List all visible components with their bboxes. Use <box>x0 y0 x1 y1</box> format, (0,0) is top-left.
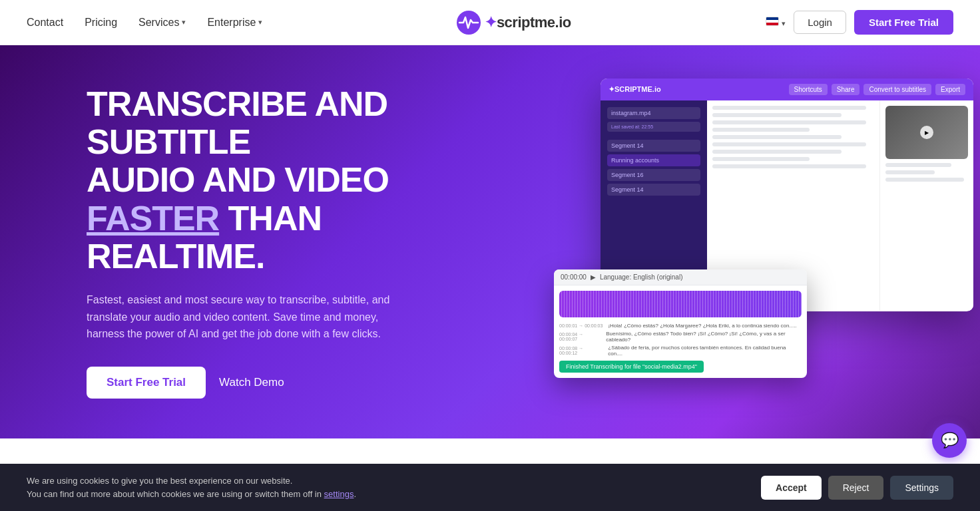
mockup-sidebar-item: Segment 14 <box>607 140 700 152</box>
mockup-sidebar-item: Segment 16 <box>607 169 700 181</box>
enterprise-chevron-icon: ▾ <box>258 18 262 27</box>
subtitle-row: 00:00:08 → 00:00:12 ¿Sábado de feria, po… <box>559 345 802 357</box>
services-chevron-icon: ▾ <box>182 18 186 27</box>
mockup-sidebar-item: Running accounts <box>607 154 700 166</box>
cookie-accept-button[interactable]: Accept <box>761 476 822 500</box>
hero-title: TRANSCRIBE AND SUBTITLE AUDIO AND VIDEO … <box>87 85 459 275</box>
mockup-export-btn[interactable]: Export <box>935 84 965 95</box>
nav-enterprise[interactable]: Enterprise ▾ <box>207 17 262 29</box>
hero-subtitle: Fastest, easiest and most secure way to … <box>87 291 406 343</box>
mockup-toolbar-buttons: Shortcuts Share Convert to subtitles Exp… <box>789 84 965 95</box>
audio-waveform <box>559 291 802 317</box>
app-mockup-sub: 00:00:00 ▶ Language: English (original) … <box>554 269 807 378</box>
nav-contact[interactable]: Contact <box>27 17 63 29</box>
hero-trial-button[interactable]: Start Free Trial <box>87 367 206 399</box>
brand-logo[interactable]: ✦scriptme.io <box>457 11 571 35</box>
chat-bubble[interactable]: 💬 <box>932 423 967 458</box>
chat-icon: 💬 <box>941 432 959 449</box>
cookie-reject-button[interactable]: Reject <box>828 476 884 500</box>
cookie-banner: We are using cookies to give you the bes… <box>0 464 980 511</box>
hero-buttons: Start Free Trial Watch Demo <box>87 367 459 399</box>
nav-left: Contact Pricing Services ▾ Enterprise ▾ <box>27 17 262 29</box>
mockup-sub-header: 00:00:00 ▶ Language: English (original) <box>554 269 807 285</box>
login-button[interactable]: Login <box>794 11 846 34</box>
nav-services[interactable]: Services ▾ <box>138 17 186 29</box>
cookie-settings-button[interactable]: Settings <box>890 476 953 500</box>
brand-name: ✦scriptme.io <box>485 14 571 31</box>
subtitle-row: 00:00:01 → 00:00:03 ¡Hola! ¿Cómo estás? … <box>559 323 802 329</box>
hero-section: TRANSCRIBE AND SUBTITLE AUDIO AND VIDEO … <box>0 45 980 438</box>
mockup-video-thumbnail: ▶ <box>885 106 968 159</box>
mockup-subtitle-lines: 00:00:01 → 00:00:03 ¡Hola! ¿Cómo estás? … <box>559 323 802 357</box>
logo-pulse-icon <box>457 11 481 35</box>
mockup-shortcuts-btn[interactable]: Shortcuts <box>789 84 828 95</box>
subtitle-row: 00:00:04 → 00:00:07 Buenísimo, ¿Cómo est… <box>559 331 802 343</box>
nav-trial-button[interactable]: Start Free Trial <box>854 10 953 35</box>
language-flag-icon[interactable]: ▾ <box>766 17 786 29</box>
mockup-sidebar-item: instagram.mp4 <box>607 107 700 119</box>
finished-badge: Finished Transcribing for file "social-m… <box>559 361 704 373</box>
mockup-play-button[interactable]: ▶ <box>920 126 933 139</box>
mockup-video-panel: ▶ <box>880 100 973 311</box>
mockup-sidebar-item: Last saved at: 22:55 <box>607 122 700 132</box>
mockup-share-btn[interactable]: Share <box>832 84 860 95</box>
mockup-sub-body: 00:00:01 → 00:00:03 ¡Hola! ¿Cómo estás? … <box>554 285 807 378</box>
nav-pricing[interactable]: Pricing <box>85 17 117 29</box>
cookie-settings-link[interactable]: settings <box>324 489 354 499</box>
navbar: Contact Pricing Services ▾ Enterprise ▾ … <box>0 0 980 45</box>
mockup-convert-btn[interactable]: Convert to subtitles <box>863 84 931 95</box>
mockup-logo: ✦SCRIPTME.io <box>609 85 661 94</box>
mockup-toolbar: ✦SCRIPTME.io Shortcuts Share Convert to … <box>601 79 973 100</box>
nav-right: ▾ Login Start Free Trial <box>766 10 953 35</box>
hero-content: TRANSCRIBE AND SUBTITLE AUDIO AND VIDEO … <box>87 85 459 399</box>
cookie-buttons: Accept Reject Settings <box>761 476 953 500</box>
mockup-sidebar-item: Segment 14 <box>607 184 700 196</box>
watch-demo-button[interactable]: Watch Demo <box>219 376 284 389</box>
hero-visual: ✦SCRIPTME.io Shortcuts Share Convert to … <box>554 59 980 385</box>
cookie-text: We are using cookies to give you the bes… <box>27 474 748 500</box>
